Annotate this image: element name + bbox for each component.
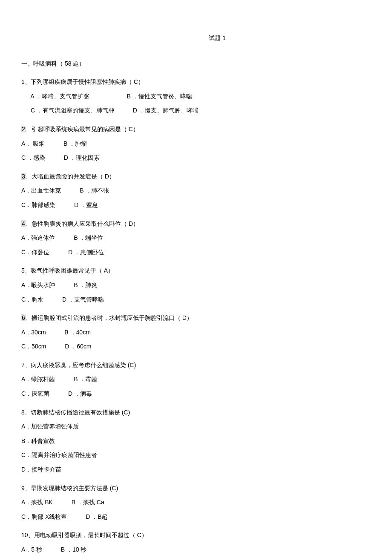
page-title: 试题 1 [21,34,392,43]
options-row: C ．感染 D ．理化因素 [21,154,392,162]
question-stem: 6、搬运胸腔闭式引流的患者时，水封瓶应低于胸腔引流口（ D） [21,314,392,322]
highlighted-number: 6 [21,314,26,321]
question-3: 3、大咯血最危险的并发症是（ D） A．出血性休克 B ．肺不张 C．肺部感染 … [21,173,392,210]
question-5: 5、吸气性呼吸困难最常见于（ A） A．喉头水肿 B ．肺炎 C．胸水 D ．支… [21,267,392,304]
option-c: C．肺部感染 [21,201,55,208]
question-stem: 5、吸气性呼吸困难最常见于（ A） [21,267,392,275]
option-d: D ．慢支、肺气肿、哮喘 [133,107,199,114]
options-row: C．仰卧位 D ．患侧卧位 [21,248,392,257]
question-stem: 7、病人痰液恶臭，应考虑什么细菌感染 (C) [21,361,392,370]
option-b: B ．端坐位 [74,234,103,241]
question-stem: 10、用电动吸引器吸痰，最长时间不超过（ C） [21,531,392,540]
option-a: A．30cm [21,329,46,336]
question-1: 1、下列哪组疾病属于慢性阻塞性肺疾病（ C） A ．哮喘、支气管扩张 B ．慢性… [21,78,392,115]
option-b: B ．肿瘤 [63,140,87,147]
option-a: A．加强营养增强体质 [21,423,392,431]
options-row: A ．哮喘、支气管扩张 B ．慢性支气管炎、哮喘 [21,92,392,101]
option-b: B ．肺炎 [74,282,97,288]
highlighted-number: 2 [21,126,26,132]
option-b: B ．慢性支气管炎、哮喘 [127,93,192,100]
option-b: B ．痰找 Ca [72,499,104,506]
options-row: C ．有气流阻塞的慢支、肺气肿 D ．慢支、肺气肿、哮喘 [21,106,392,115]
question-stem: 9、早期发现肺结核的主要方法是 (C) [21,484,392,493]
option-d: D ．60cm [65,343,91,350]
option-b: B ．10 秒 [61,546,87,553]
question-stem: 4、急性胸膜炎的病人应采取什么卧位（ D） [21,220,392,228]
option-c: C ．有气流阻塞的慢支、肺气肿 [31,107,114,114]
question-4: 4、急性胸膜炎的病人应采取什么卧位（ D） A．强迫体位 B ．端坐位 C．仰卧… [21,220,392,257]
option-b: B ．肺不张 [80,187,109,194]
option-c: C．胸水 [21,296,43,303]
option-d: D ．窒息 [74,201,98,208]
option-a: A．喉头水肿 [21,282,55,288]
highlighted-number: 3 [21,173,26,180]
options-row: C．胸部 X线检查 D ．B超 [21,513,392,521]
option-a: A．5 秒 [21,546,42,553]
options-row: C．胸水 D ．支气管哮喘 [21,296,392,304]
stem-rest: 、急性胸膜炎的病人应采取什么卧位（ D） [26,220,139,227]
option-b: B．科普宣教 [21,437,392,446]
option-d: D ．理化因素 [64,154,100,161]
stem-rest: 、引起呼吸系统疾病最常见的病因是（ C） [26,126,139,132]
option-d: D ．患侧卧位 [68,249,104,256]
option-c: C．胸部 X线检查 [21,513,67,520]
option-d: D．接种卡介苗 [21,466,392,474]
options-row: A．喉头水肿 B ．肺炎 [21,281,392,290]
question-9: 9、早期发现肺结核的主要方法是 (C) A．痰找 BK B ．痰找 Ca C．胸… [21,484,392,521]
options-row: C．厌氧菌 D ．病毒 [21,390,392,398]
options-row: A．30cm B ．40cm [21,328,392,337]
option-a: A．绿脓杆菌 [21,376,55,382]
option-d: D ．B超 [86,513,107,520]
question-6: 6、搬运胸腔闭式引流的患者时，水封瓶应低于胸腔引流口（ D） A．30cm B … [21,314,392,351]
option-a: A．痰找 BK [21,499,53,506]
options-row: C．50cm D ．60cm [21,342,392,351]
stem-rest: 、大咯血最危险的并发症是（ D） [26,173,115,180]
options-row: A．出血性休克 B ．肺不张 [21,187,392,195]
option-d: D ．支气管哮喘 [62,296,104,303]
question-8: 8、切断肺结核传播途径最有效措施是 (C) A．加强营养增强体质 B．科普宣教 … [21,408,392,474]
option-a: A ．哮喘、支气管扩张 [30,93,89,100]
stem-rest: 、搬运胸腔闭式引流的患者时，水封瓶应低于胸腔引流口（ D） [26,314,193,321]
option-c: C．隔离并治疗痰菌阳性患者 [21,451,392,460]
option-c: C．厌氧菌 [21,390,49,397]
options-row: A． 吸烟 B ．肿瘤 [21,140,392,148]
option-c: C．仰卧位 [21,249,49,256]
question-7: 7、病人痰液恶臭，应考虑什么细菌感染 (C) A．绿脓杆菌 B ．霉菌 C．厌氧… [21,361,392,398]
question-stem: 8、切断肺结核传播途径最有效措施是 (C) [21,408,392,417]
option-b: B ．40cm [64,329,90,336]
question-10: 10、用电动吸引器吸痰，最长时间不超过（ C） A．5 秒 B ．10 秒 [21,531,392,554]
option-a: A．强迫体位 [21,234,55,241]
question-2: 2、引起呼吸系统疾病最常见的病因是（ C） A． 吸烟 B ．肿瘤 C ．感染 … [21,125,392,162]
question-stem: 3、大咯血最危险的并发症是（ D） [21,173,392,181]
question-stem: 2、引起呼吸系统疾病最常见的病因是（ C） [21,125,392,134]
question-stem: 1、下列哪组疾病属于慢性阻塞性肺疾病（ C） [21,78,392,86]
option-c: C ．感染 [21,154,45,161]
section-header: 一、呼吸病科（ 58 题） [21,60,392,68]
option-c: C．50cm [21,343,46,350]
options-row: A．5 秒 B ．10 秒 [21,546,392,554]
options-row: A．绿脓杆菌 B ．霉菌 [21,375,392,384]
option-b: B ．霉菌 [74,376,97,382]
option-d: D ．病毒 [68,390,92,397]
option-a: A．出血性休克 [21,187,61,194]
highlighted-number: 4 [21,220,26,227]
options-row: C．肺部感染 D ．窒息 [21,201,392,210]
options-row: A．痰找 BK B ．痰找 Ca [21,498,392,507]
options-row: A．强迫体位 B ．端坐位 [21,234,392,242]
option-a: A． 吸烟 [21,140,45,147]
